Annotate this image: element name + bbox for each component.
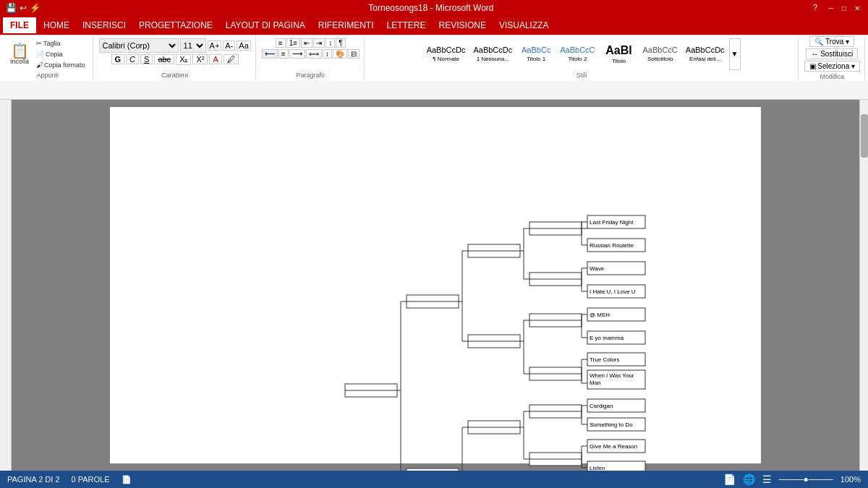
font-size-select[interactable]: 11 xyxy=(180,38,206,53)
modifica-content: 🔍 Trova ▾ ↔ Sostituisci ▣ Seleziona ▾ xyxy=(804,36,860,72)
styles-more-btn[interactable]: ▼ xyxy=(729,38,741,70)
vertical-scrollbar[interactable] xyxy=(859,100,868,471)
scrollbar-thumb[interactable] xyxy=(861,114,868,158)
taglia-button[interactable]: ✂ Taglia xyxy=(33,38,88,48)
list-number-btn[interactable]: 1≡ xyxy=(286,38,300,48)
font-family-select[interactable]: Calibri (Corp) xyxy=(99,38,179,53)
align-left-btn[interactable]: ⟵ xyxy=(262,49,278,59)
indent-dec-btn[interactable]: ⇤ xyxy=(301,38,312,48)
title-icon: 💾 xyxy=(6,3,17,13)
style-titolo[interactable]: AaBl Titolo xyxy=(600,41,639,66)
highlight-btn[interactable]: 🖊 xyxy=(224,54,239,64)
view-outline-icon[interactable]: ☰ xyxy=(762,474,772,485)
view-print-icon[interactable]: 📄 xyxy=(723,474,736,485)
sf-box-2 xyxy=(407,468,459,471)
style-titolo-label: Titolo xyxy=(612,58,626,64)
style-normale[interactable]: AaBbCcDc ¶ Normale xyxy=(423,43,469,64)
words-indicator: 0 PAROLE xyxy=(72,475,110,484)
stili-group-label: Stili xyxy=(576,70,587,79)
status-bar: PAGINA 2 DI 2 0 PAROLE 📄 📄 🌐 ☰ ────●────… xyxy=(0,471,868,488)
r1-label-12: Listen xyxy=(590,465,605,471)
bold-btn[interactable]: G xyxy=(111,54,125,64)
modifica-group-label: Modifica xyxy=(820,72,845,80)
font-grow-btn[interactable]: A+ xyxy=(208,40,222,51)
menu-progettazione[interactable]: PROGETTAZIONE xyxy=(133,17,218,33)
formato-button[interactable]: 🖌 Copia formato xyxy=(33,60,88,70)
indent-inc-btn[interactable]: ⇥ xyxy=(313,38,325,48)
menu-bar: FILE HOME INSERISCI PROGETTAZIONE LAYOUT… xyxy=(0,16,868,35)
ribbon-group-appunti: 📋 Incolla ✂ Taglia 📄 Copia 🖌 Copia forma… xyxy=(3,37,93,80)
style-enfasi-sample: AaBbCcDc xyxy=(686,46,725,55)
menu-visualizza[interactable]: VISUALIZZA xyxy=(493,17,555,33)
carattere-group-label: Carattere xyxy=(161,70,189,79)
sostituisci-btn[interactable]: ↔ Sostituisci xyxy=(806,48,858,59)
copia-label: Copia xyxy=(46,51,63,58)
zoom-level: 100% xyxy=(841,475,861,484)
justify-btn[interactable]: ⟺ xyxy=(306,49,322,59)
ribbon-group-modifica: 🔍 Trova ▾ ↔ Sostituisci ▣ Seleziona ▾ Mo… xyxy=(800,37,865,80)
stili-content: AaBbCcDc ¶ Normale AaBbCcDc 1 Nessuna...… xyxy=(423,38,741,70)
file-menu[interactable]: FILE xyxy=(3,17,36,33)
r1-label-6: E yo mamma xyxy=(590,335,624,341)
left-ruler xyxy=(0,100,12,471)
bracket-svg: Last Friday Night Russian Roulette Wave … xyxy=(139,121,718,468)
sup-btn[interactable]: X² xyxy=(192,54,208,64)
font-color-btn[interactable]: A xyxy=(209,54,221,64)
style-titolo1-label: Titolo 1 xyxy=(527,56,545,62)
style-sottotitolo-label: Sottotitolo xyxy=(647,56,673,62)
incolla-label: Incolla xyxy=(10,58,29,65)
style-nessuna[interactable]: AaBbCcDc 1 Nessuna... xyxy=(469,43,516,64)
restore-btn[interactable]: □ xyxy=(839,3,849,13)
title-icon3: ⚡ xyxy=(30,3,41,13)
r1-label-1: Last Friday Night xyxy=(590,219,634,226)
copia-button[interactable]: 📄 Copia xyxy=(33,49,88,59)
style-sottotitolo-sample: AaBbCcC xyxy=(643,46,678,55)
view-web-icon[interactable]: 🌐 xyxy=(743,474,755,485)
italic-btn[interactable]: C xyxy=(126,54,139,64)
incolla-button[interactable]: 📋 Incolla xyxy=(7,42,32,67)
scissors-icon: ✂ xyxy=(36,40,42,47)
style-titolo2[interactable]: AaBbCcC Titolo 2 xyxy=(556,43,598,64)
list-bullet-btn[interactable]: ≡ xyxy=(276,38,286,48)
document-area: Last Friday Night Russian Roulette Wave … xyxy=(0,100,868,471)
underline-btn[interactable]: S xyxy=(140,54,153,64)
minimize-btn[interactable]: ─ xyxy=(826,3,836,13)
menu-inserisci[interactable]: INSERISCI xyxy=(77,17,132,33)
menu-riferimenti[interactable]: RIFERIMENTI xyxy=(312,17,380,33)
align-right-btn[interactable]: ⟶ xyxy=(289,49,305,59)
align-center-btn[interactable]: ≡ xyxy=(278,49,289,59)
trova-btn[interactable]: 🔍 Trova ▾ xyxy=(809,36,854,47)
r1-label-11: Give Me a Reason xyxy=(590,443,637,450)
style-nessuna-label: 1 Nessuna... xyxy=(477,56,509,62)
seleziona-btn[interactable]: ▣ Seleziona ▾ xyxy=(804,61,860,72)
help-icon[interactable]: ? xyxy=(813,3,817,13)
menu-home[interactable]: HOME xyxy=(38,17,75,33)
document-page[interactable]: Last Friday Night Russian Roulette Wave … xyxy=(12,100,859,471)
status-right: 📄 🌐 ☰ ────●──── 100% xyxy=(723,474,861,485)
paste-icon: 📋 xyxy=(11,43,29,58)
change-case-btn[interactable]: Aa xyxy=(237,40,250,51)
window-controls: ? ─ □ ✕ xyxy=(813,3,862,13)
r1-label-2: Russian Roulette xyxy=(590,242,634,249)
shading-btn[interactable]: 🎨 xyxy=(333,49,347,59)
sort-btn[interactable]: ↕ xyxy=(326,38,335,48)
line-spacing-btn[interactable]: ↕ xyxy=(323,49,332,59)
style-enfasi-label: Enfasi deli... xyxy=(689,56,721,62)
font-shrink-btn[interactable]: A- xyxy=(223,40,235,51)
sub-btn[interactable]: X₂ xyxy=(176,54,191,65)
ribbon-content: 📋 Incolla ✂ Taglia 📄 Copia 🖌 Copia forma… xyxy=(0,35,868,81)
style-titolo1[interactable]: AaBbCc Titolo 1 xyxy=(516,43,556,64)
show-marks-btn[interactable]: ¶ xyxy=(336,38,345,48)
style-enfasi[interactable]: AaBbCcDc Enfasi deli... xyxy=(682,43,728,64)
proofread-icon: 📄 xyxy=(122,475,132,484)
zoom-slider[interactable]: ────●──── xyxy=(779,474,833,484)
border-btn[interactable]: ⊟ xyxy=(348,49,359,59)
strikethrough-btn[interactable]: abc xyxy=(154,54,174,64)
r1-label-7: True Colors xyxy=(590,356,620,363)
menu-revisione[interactable]: REVISIONE xyxy=(433,17,492,33)
r1-label-9: Cardigan xyxy=(590,403,613,409)
menu-layout[interactable]: LAYOUT DI PAGINA xyxy=(220,17,311,33)
close-btn[interactable]: ✕ xyxy=(852,3,862,13)
style-sottotitolo[interactable]: AaBbCcC Sottotitolo xyxy=(639,43,681,64)
menu-lettere[interactable]: LETTERE xyxy=(381,17,432,33)
